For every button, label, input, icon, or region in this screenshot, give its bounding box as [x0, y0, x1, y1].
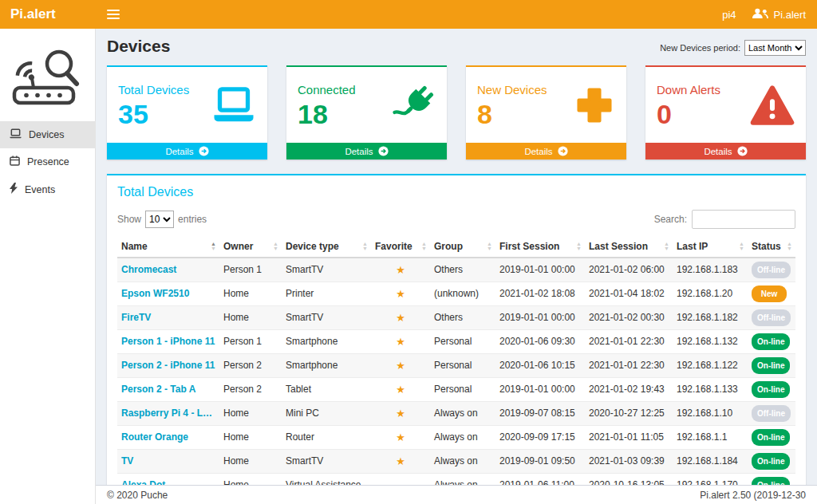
- search-input[interactable]: [692, 210, 795, 229]
- last-ip: 192.168.1.184: [673, 450, 748, 474]
- table-row[interactable]: Router Orange Home Router ★ Always on 20…: [117, 426, 795, 450]
- device-type: Virtual Assistance: [282, 474, 371, 486]
- device-group: Others: [430, 306, 495, 330]
- user-label: Pi.alert: [774, 9, 806, 21]
- table-row[interactable]: Person 1 - iPhone 11 Person 1 Smartphone…: [117, 330, 795, 354]
- last-session: 2020-10-27 12:25: [585, 402, 673, 426]
- device-name-link[interactable]: Router Orange: [117, 426, 219, 450]
- table-row[interactable]: Alexa Dot Home Virtual Assistance Always…: [117, 474, 795, 486]
- search-label: Search:: [654, 214, 687, 225]
- table-row[interactable]: Person 2 - Tab A Person 2 Tablet ★ Perso…: [117, 378, 795, 402]
- device-status-cell: On-line: [748, 354, 795, 378]
- last-ip: 192.168.1.133: [673, 378, 748, 402]
- device-name-link[interactable]: Person 1 - iPhone 11: [117, 330, 219, 354]
- column-header-last-ip[interactable]: Last IP▲▼: [673, 236, 748, 258]
- device-owner: Person 2: [219, 354, 282, 378]
- sidebar-item-events[interactable]: Events: [0, 175, 96, 203]
- column-header-status[interactable]: Status▲▼: [748, 236, 795, 258]
- column-header-first-session[interactable]: First Session▲▼: [495, 236, 585, 258]
- last-session: 2021-01-04 18:02: [585, 282, 673, 306]
- sidebar-item-presence[interactable]: Presence: [0, 148, 96, 175]
- user-menu[interactable]: Pi.alert: [752, 8, 806, 22]
- table-row[interactable]: Raspberry Pi 4 - LAN Home Mini PC ★ Alwa…: [117, 402, 795, 426]
- column-header-name[interactable]: Name▲▼: [117, 236, 219, 258]
- period-select[interactable]: Last Month: [744, 40, 806, 56]
- last-ip: 192.168.1.170: [673, 474, 748, 486]
- column-header-group[interactable]: Group▲▼: [430, 236, 495, 258]
- status-badge: On-line: [752, 333, 790, 350]
- devices-table: Name▲▼Owner▲▼Device type▲▼Favorite▲▼Grou…: [117, 236, 795, 485]
- device-owner: Person 1: [219, 258, 282, 282]
- first-session: 2019-01-01 00:00: [495, 258, 585, 282]
- device-name-link[interactable]: Raspberry Pi 4 - LAN: [117, 402, 219, 426]
- table-row[interactable]: Person 2 - iPhone 11 Person 2 Smartphone…: [117, 354, 795, 378]
- last-ip: 192.168.1.122: [673, 354, 748, 378]
- plug-icon: [393, 84, 436, 129]
- card-title: Down Alerts: [657, 83, 720, 96]
- hamburger-icon: [107, 10, 120, 19]
- table-row[interactable]: TV Home SmartTV ★ Always on 2019-09-01 0…: [117, 450, 795, 474]
- device-name-link[interactable]: Chromecast: [117, 258, 219, 282]
- device-type: SmartTV: [282, 258, 371, 282]
- favorite-star-icon: ★: [371, 306, 430, 330]
- details-link-connected[interactable]: Details: [286, 143, 447, 159]
- column-header-last-session[interactable]: Last Session▲▼: [585, 236, 673, 258]
- card-total-devices: Total Devices 35 Details: [107, 65, 267, 159]
- show-label: Show: [117, 214, 141, 225]
- column-header-favorite[interactable]: Favorite▲▼: [371, 236, 430, 258]
- table-row[interactable]: FireTV Home SmartTV ★ Others 2019-01-01 …: [117, 306, 795, 330]
- table-row[interactable]: Epson WF2510 Home Printer ★ (unknown) 20…: [117, 282, 795, 306]
- sidebar-item-devices[interactable]: Devices: [0, 121, 96, 148]
- last-ip: 192.168.1.1: [673, 426, 748, 450]
- device-name-link[interactable]: Epson WF2510: [117, 282, 219, 306]
- users-icon: [752, 8, 768, 22]
- laptop-icon: [211, 87, 256, 126]
- device-status-cell: Off-line: [748, 258, 795, 282]
- last-session: 2021-01-02 06:00: [585, 258, 673, 282]
- status-badge: Off-line: [752, 405, 791, 422]
- sidebar-toggle-button[interactable]: [96, 0, 131, 29]
- status-badge: Off-line: [752, 262, 791, 278]
- last-session: 2020-10-16 13:05: [585, 474, 673, 486]
- device-name-link[interactable]: Person 2 - Tab A: [117, 378, 219, 402]
- last-session: 2021-01-01 22:30: [585, 354, 673, 378]
- warning-triangle-icon: [750, 85, 795, 128]
- device-type: SmartTV: [282, 450, 371, 474]
- favorite-star-icon: ★: [371, 450, 430, 474]
- device-status-cell: On-line: [748, 450, 795, 474]
- app-logo-icon: [0, 29, 96, 116]
- top-navbar: Pi.alert pi4 Pi.alert: [0, 0, 817, 29]
- column-header-owner[interactable]: Owner▲▼: [219, 236, 282, 258]
- device-name-link[interactable]: Alexa Dot: [117, 474, 219, 486]
- details-link-down[interactable]: Details: [645, 143, 806, 159]
- table-row[interactable]: Chromecast Person 1 SmartTV ★ Others 201…: [117, 258, 795, 282]
- details-link-new[interactable]: Details: [466, 143, 626, 159]
- device-name-link[interactable]: FireTV: [117, 306, 219, 330]
- sort-icon: ▲▼: [739, 242, 744, 251]
- device-owner: Person 2: [219, 378, 282, 402]
- status-badge: On-line: [752, 357, 790, 374]
- details-link-total[interactable]: Details: [107, 143, 267, 159]
- device-name-link[interactable]: TV: [117, 450, 219, 474]
- device-name-link[interactable]: Person 2 - iPhone 11: [117, 354, 219, 378]
- details-label: Details: [704, 147, 732, 156]
- sort-icon: ▲▼: [576, 242, 582, 251]
- favorite-star-icon: ★: [371, 258, 430, 282]
- page-length-select[interactable]: 10: [145, 211, 174, 228]
- sidebar-item-label: Devices: [29, 129, 64, 140]
- device-group: Personal: [430, 354, 495, 378]
- device-owner: Home: [219, 282, 282, 306]
- brand-logo[interactable]: Pi.alert: [0, 0, 96, 29]
- first-session: 2021-01-02 18:08: [495, 282, 585, 306]
- sort-icon: ▲▼: [787, 242, 792, 251]
- device-group: Always on: [430, 426, 495, 450]
- device-type: Router: [282, 426, 371, 450]
- favorite-star-icon: [371, 474, 430, 486]
- last-ip: 192.168.1.182: [673, 306, 748, 330]
- device-table-body: Chromecast Person 1 SmartTV ★ Others 201…: [117, 258, 795, 485]
- column-header-device-type[interactable]: Device type▲▼: [282, 236, 371, 258]
- details-label: Details: [165, 147, 193, 156]
- arrow-circle-icon: [199, 146, 209, 156]
- entries-label: entries: [178, 214, 207, 225]
- first-session: 2019-01-06 11:00: [495, 474, 585, 486]
